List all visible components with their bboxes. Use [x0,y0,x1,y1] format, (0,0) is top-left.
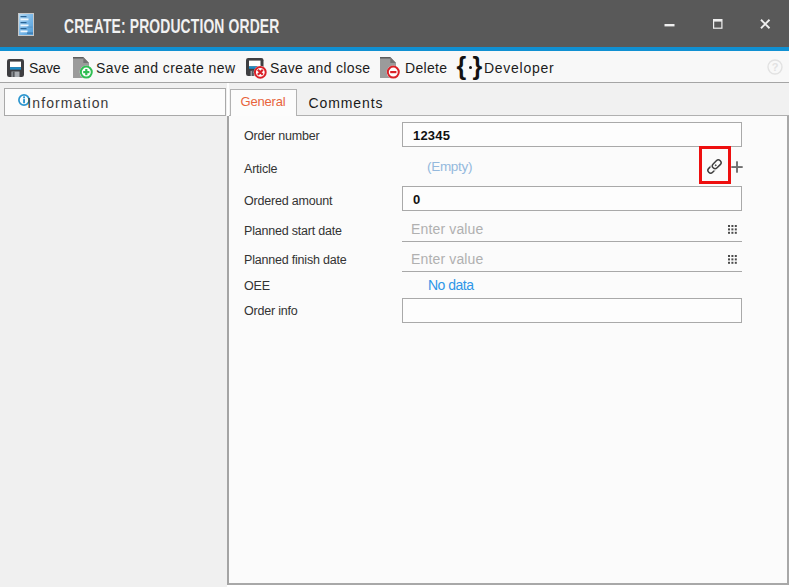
svg-text:?: ? [772,61,779,73]
